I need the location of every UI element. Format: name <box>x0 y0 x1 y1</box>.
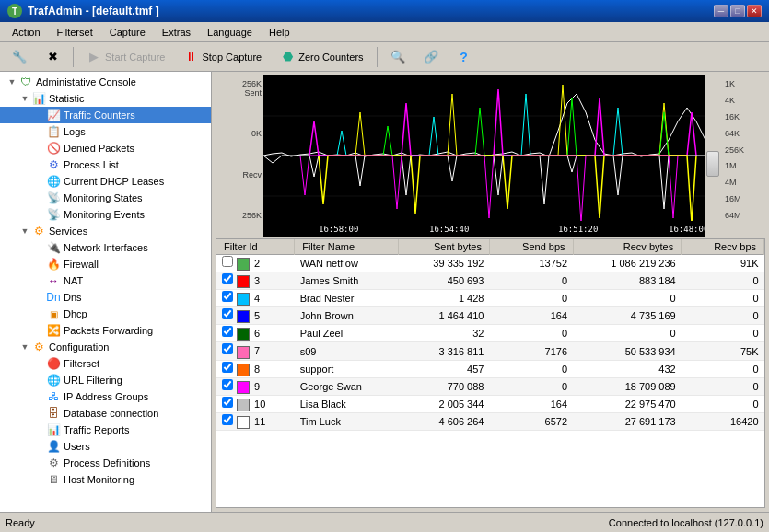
sidebar-url-filtering[interactable]: 🌐 URL Filtering <box>0 372 211 388</box>
start-capture-button: ▶ Start Capture <box>78 46 173 68</box>
sidebar-dhcp[interactable]: ▣ Dhcp <box>0 306 211 322</box>
svg-text:16:48:00: 16:48:00 <box>669 225 705 234</box>
cell-send-bps: 0 <box>489 290 573 307</box>
procdef-label: Process Definitions <box>64 457 150 468</box>
row-checkbox[interactable] <box>222 326 233 337</box>
sidebar-database[interactable]: 🗄 Database connection <box>0 405 211 422</box>
y-left-recv: Recv <box>216 170 262 179</box>
dns-icon: Dn <box>46 290 61 305</box>
minimize-button[interactable]: ─ <box>714 5 728 17</box>
row-checkbox[interactable] <box>222 414 233 425</box>
sidebar-logs[interactable]: 📋 Logs <box>0 123 211 140</box>
table-row: 8support45704320 <box>216 360 764 377</box>
hostmon-icon: 🖥 <box>46 472 61 487</box>
row-checkbox[interactable] <box>222 308 233 319</box>
row-checkbox[interactable] <box>222 379 233 390</box>
sidebar-admin-console[interactable]: ▼ 🛡 Administative Console <box>0 74 211 90</box>
dhcp-icon: 🌐 <box>46 174 61 189</box>
statistic-icon: 📊 <box>31 91 46 106</box>
cell-send-bps: 0 <box>489 360 573 377</box>
sidebar-users[interactable]: 👤 Users <box>0 438 211 455</box>
close-button[interactable]: ✕ <box>747 5 762 17</box>
denied-label: Denied Packets <box>64 143 134 154</box>
sidebar-firewall[interactable]: 🔥 Firewall <box>0 256 211 272</box>
row-checkbox[interactable] <box>222 362 233 373</box>
table-row: 6Paul Zeel32000 <box>216 325 764 342</box>
cell-recv-bytes: 883 184 <box>573 272 682 290</box>
cell-recv-bytes: 432 <box>573 360 682 377</box>
sidebar-configuration[interactable]: ▼ ⚙ Configuration <box>0 339 211 355</box>
sidebar-dns[interactable]: Dn Dns <box>0 289 211 306</box>
cell-sent-bytes: 4 606 264 <box>399 412 490 430</box>
toolbar-btn-4[interactable]: 🔗 <box>415 46 447 68</box>
sidebar-process-list[interactable]: ⚙ Process List <box>0 156 211 173</box>
row-color-box <box>237 275 250 288</box>
monstates-label: Monitoring States <box>64 192 143 203</box>
menu-extras[interactable]: Extras <box>154 24 199 40</box>
sidebar-dhcp-leases[interactable]: 🌐 Current DHCP Leases <box>0 173 211 190</box>
cell-filter-name: Brad Nester <box>295 290 399 307</box>
sidebar-nat[interactable]: ↔ NAT <box>0 272 211 289</box>
cell-recv-bytes: 50 533 934 <box>573 342 682 360</box>
cell-recv-bps: 16420 <box>682 412 764 430</box>
row-checkbox[interactable] <box>222 273 233 284</box>
sidebar-network-interfaces[interactable]: 🔌 Network Interfaces <box>0 239 211 256</box>
col-recv-bps[interactable]: Recv bps <box>682 239 764 255</box>
conf-icon: ⚙ <box>31 340 46 354</box>
row-checkbox[interactable] <box>222 397 233 408</box>
sidebar-services[interactable]: ▼ ⚙ Services <box>0 223 211 239</box>
sidebar-ip-groups[interactable]: 🖧 IP Address Groups <box>0 388 211 405</box>
play-icon: ▶ <box>87 50 101 64</box>
col-send-bps[interactable]: Send bps <box>489 239 573 255</box>
menu-capture[interactable]: Capture <box>101 24 154 40</box>
toolbar-btn-2[interactable]: ✖ <box>37 46 68 68</box>
chart-scrollbar[interactable] <box>705 75 721 237</box>
sidebar-proc-def[interactable]: ⚙ Process Definitions <box>0 455 211 471</box>
toolbar-btn-5[interactable]: ? <box>449 46 480 68</box>
cell-recv-bps: 0 <box>682 395 764 412</box>
sidebar-packets-forwarding[interactable]: 🔀 Packets Forwarding <box>0 322 211 339</box>
menu-help[interactable]: Help <box>261 24 298 40</box>
traffic-icon: 📈 <box>46 108 61 122</box>
stop-icon: ⏸ <box>183 50 198 64</box>
sidebar-monitoring-states[interactable]: 📡 Monitoring States <box>0 190 211 206</box>
menu-action[interactable]: Action <box>4 24 49 40</box>
stop-capture-button[interactable]: ⏸ Stop Capture <box>175 46 270 68</box>
start-capture-label: Start Capture <box>105 52 165 63</box>
cell-filter-name: WAN netflow <box>295 255 399 272</box>
help-icon: ? <box>457 50 472 64</box>
sidebar-denied-packets[interactable]: 🚫 Denied Packets <box>0 140 211 156</box>
sidebar-traffic-counters[interactable]: 📈 Traffic Counters <box>0 107 211 123</box>
col-recv-bytes[interactable]: Recv bytes <box>573 239 682 255</box>
row-checkbox[interactable] <box>222 291 233 302</box>
process-icon: ⚙ <box>46 157 61 172</box>
toolbar-sep-1 <box>73 47 74 67</box>
sidebar-statistic[interactable]: ▼ 📊 Statistic <box>0 90 211 107</box>
maximize-button[interactable]: □ <box>730 5 745 17</box>
toolbar-btn-3[interactable]: 🔍 <box>382 46 414 68</box>
cell-filter-name: Lisa Black <box>295 395 399 412</box>
data-table: Filter Id Filter Name Sent bytes Send bp… <box>216 239 764 431</box>
cell-filter-name: s09 <box>295 342 399 360</box>
col-filter-id[interactable]: Filter Id <box>216 239 295 255</box>
scrollbar-thumb[interactable] <box>706 151 719 177</box>
cell-filter-id: 10 <box>216 395 295 412</box>
col-filter-name[interactable]: Filter Name <box>295 239 399 255</box>
zero-counters-button[interactable]: ⬣ Zero Counters <box>272 46 371 68</box>
menu-filterset[interactable]: Filterset <box>49 24 101 40</box>
sidebar-monitoring-events[interactable]: 📡 Monitoring Events <box>0 206 211 223</box>
sidebar-traffic-reports[interactable]: 📊 Traffic Reports <box>0 422 211 438</box>
title-bar: T TrafAdmin - [default.tmf ] ─ □ ✕ <box>0 0 769 22</box>
col-sent-bytes[interactable]: Sent bytes <box>399 239 490 255</box>
row-checkbox[interactable] <box>222 343 233 354</box>
row-checkbox[interactable] <box>222 256 233 267</box>
menu-language[interactable]: Language <box>199 24 261 40</box>
sidebar-filterset[interactable]: 🔴 Filterset <box>0 355 211 372</box>
sidebar: ▼ 🛡 Administative Console ▼ 📊 Statistic … <box>0 72 212 512</box>
dhcp-label: Current DHCP Leases <box>64 176 164 187</box>
cell-sent-bytes: 450 693 <box>399 272 490 290</box>
sidebar-host-monitoring[interactable]: 🖥 Host Monitoring <box>0 471 211 488</box>
cell-send-bps: 7176 <box>489 342 573 360</box>
toolbar-sep-2 <box>377 47 378 67</box>
toolbar-btn-1[interactable]: 🔧 <box>4 46 35 68</box>
